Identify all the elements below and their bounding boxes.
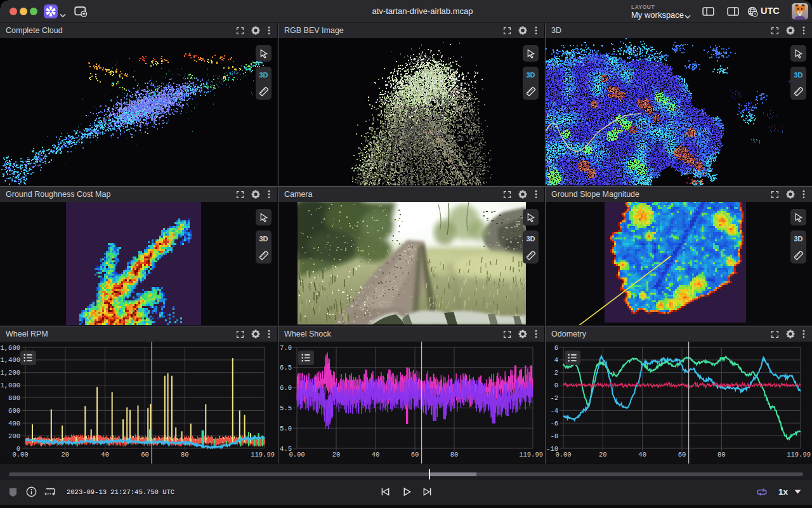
svg-text:800: 800: [8, 394, 20, 402]
svg-text:-2: -2: [550, 394, 558, 402]
svg-text:40: 40: [372, 451, 380, 458]
svg-text:6.5: 6.5: [280, 364, 292, 371]
svg-text:400: 400: [8, 420, 20, 427]
svg-text:20: 20: [62, 451, 70, 458]
svg-text:20: 20: [599, 451, 607, 458]
svg-text:1,200: 1,200: [0, 369, 20, 377]
svg-text:4: 4: [554, 356, 558, 364]
svg-text:5.0: 5.0: [280, 425, 292, 432]
svg-text:60: 60: [678, 451, 686, 458]
svg-text:60: 60: [141, 451, 149, 458]
svg-text:-8: -8: [550, 432, 558, 440]
svg-text:0.00: 0.00: [289, 451, 304, 458]
svg-text:5.5: 5.5: [280, 404, 292, 412]
svg-text:6: 6: [554, 344, 558, 352]
svg-text:200: 200: [8, 432, 20, 440]
svg-text:1,400: 1,400: [0, 356, 20, 364]
svg-text:-4: -4: [550, 407, 558, 415]
svg-text:20: 20: [332, 451, 341, 458]
svg-text:7.0: 7.0: [280, 344, 292, 352]
svg-text:1,600: 1,600: [0, 344, 20, 352]
svg-text:6.0: 6.0: [280, 384, 292, 392]
svg-text:-6: -6: [550, 420, 558, 427]
svg-text:80: 80: [450, 451, 459, 458]
svg-text:0.00: 0.00: [12, 451, 28, 458]
svg-text:119.99: 119.99: [519, 451, 543, 458]
svg-text:40: 40: [101, 451, 109, 458]
svg-text:60: 60: [411, 451, 419, 458]
svg-text:0.00: 0.00: [555, 451, 571, 458]
svg-text:600: 600: [8, 407, 20, 415]
svg-text:0: 0: [554, 382, 558, 389]
svg-text:2: 2: [554, 369, 558, 377]
svg-text:40: 40: [638, 451, 646, 458]
svg-text:119.99: 119.99: [787, 451, 811, 458]
svg-text:119.99: 119.99: [251, 451, 275, 458]
svg-text:80: 80: [717, 451, 726, 458]
svg-text:1,000: 1,000: [0, 382, 20, 389]
svg-text:80: 80: [181, 451, 189, 458]
